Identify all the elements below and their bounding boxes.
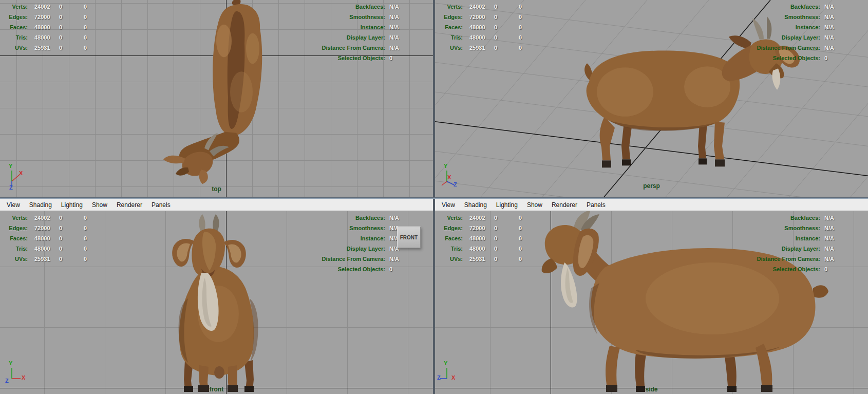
view-label-persp: persp <box>435 182 868 190</box>
viewport-side[interactable]: ViewShadingLightingShowRendererPanels <box>435 199 868 394</box>
hud-stat-label: Verts: <box>439 215 463 221</box>
viewport-canvas-top[interactable]: Verts: 24002 0 0 Edges: 72000 0 0 Faces:… <box>0 0 433 197</box>
hud-object-info: Backfaces: N/A Smoothness: N/A Instance:… <box>739 2 866 63</box>
hud-stat-value-2: 0 <box>494 45 519 51</box>
hud-info-label: Distance From Camera: <box>304 45 385 51</box>
hud-stat-value-3: 0 <box>84 235 104 241</box>
axis-indicator: Y X Z <box>439 361 464 388</box>
hud-stat-value-3: 0 <box>519 235 539 241</box>
hud-info-label: Display Layer: <box>739 246 820 252</box>
hud-stat-label: Verts: <box>439 4 463 10</box>
hud-info-value: N/A <box>824 24 845 30</box>
hud-info-label: Smoothness: <box>304 225 385 231</box>
hud-stat-value-1: 25931 <box>469 256 494 262</box>
hud-stat-row: Edges: 72000 0 0 <box>439 223 539 233</box>
hud-info-row: Distance From Camera: N/A <box>739 254 866 264</box>
hud-poly-count: Verts: 24002 0 0 Edges: 72000 0 0 Faces:… <box>439 213 539 264</box>
maya-quad-viewport: Verts: 24002 0 0 Edges: 72000 0 0 Faces:… <box>0 0 868 394</box>
hud-info-row: Instance: N/A <box>739 22 866 32</box>
hud-info-row: Backfaces: N/A <box>304 213 431 223</box>
menu-item[interactable]: View <box>437 201 460 209</box>
hud-info-row: Smoothness: N/A <box>304 12 431 22</box>
hud-stat-label: Tris: <box>439 246 463 252</box>
hud-stat-row: Faces: 48000 0 0 <box>439 22 539 32</box>
hud-stat-value-1: 72000 <box>34 14 59 20</box>
hud-info-label: Distance From Camera: <box>304 256 385 262</box>
hud-info-value: 0 <box>824 55 845 61</box>
hud-stat-row: UVs: 25931 0 0 <box>439 254 539 264</box>
hud-stat-value-2: 0 <box>59 4 84 10</box>
hud-stat-value-1: 72000 <box>469 225 494 231</box>
hud-info-value: N/A <box>824 256 845 262</box>
hud-stat-label: Verts: <box>4 4 28 10</box>
hud-info-label: Display Layer: <box>304 34 385 41</box>
viewport-persp[interactable]: Verts: 24002 0 0 Edges: 72000 0 0 Faces:… <box>435 0 868 197</box>
hud-stat-value-1: 25931 <box>469 45 494 51</box>
hud-info-value: N/A <box>389 256 410 262</box>
hud-stat-value-3: 0 <box>519 215 539 221</box>
hud-stat-value-1: 24002 <box>469 4 494 10</box>
hud-stat-value-1: 48000 <box>34 34 59 41</box>
hud-info-value: 0 <box>389 55 410 61</box>
hud-stat-value-2: 0 <box>59 24 84 30</box>
hud-stat-row: Verts: 24002 0 0 <box>4 213 104 223</box>
hud-info-row: Instance: N/A <box>739 233 866 243</box>
menu-item[interactable]: Panels <box>582 201 610 209</box>
menu-item[interactable]: Renderer <box>112 201 147 209</box>
hud-info-row: Backfaces: N/A <box>739 213 866 223</box>
hud-stat-label: Tris: <box>4 246 28 252</box>
hud-stat-label: Verts: <box>4 215 28 221</box>
viewport-canvas-front[interactable]: Verts: 24002 0 0 Edges: 72000 0 0 Faces:… <box>0 211 433 394</box>
hud-info-row: Display Layer: N/A <box>739 32 866 43</box>
viewport-canvas-side[interactable]: Verts: 24002 0 0 Edges: 72000 0 0 Faces:… <box>435 211 868 394</box>
menu-item[interactable]: Show <box>522 201 547 209</box>
hud-info-label: Display Layer: <box>304 246 385 252</box>
hud-stat-row: Tris: 48000 0 0 <box>4 243 104 254</box>
menu-item[interactable]: Renderer <box>547 201 582 209</box>
hud-stat-value-1: 48000 <box>469 34 494 41</box>
hud-stat-row: Edges: 72000 0 0 <box>439 12 539 22</box>
menu-item[interactable]: Show <box>87 201 112 209</box>
menu-item[interactable]: View <box>2 201 25 209</box>
hud-info-value: 0 <box>389 266 410 272</box>
hud-info-label: Smoothness: <box>304 14 385 20</box>
hud-object-info: Backfaces: N/A Smoothness: N/A Instance:… <box>739 213 866 274</box>
hud-stat-value-2: 0 <box>494 34 519 41</box>
hud-info-value: N/A <box>389 4 410 10</box>
menu-item[interactable]: Shading <box>460 201 492 209</box>
menu-item[interactable]: Shading <box>25 201 56 209</box>
hud-info-row: Selected Objects: 0 <box>304 264 431 274</box>
menu-item[interactable]: Lighting <box>56 201 87 209</box>
hud-stat-value-2: 0 <box>494 24 519 30</box>
bottom-row: ViewShadingLightingShowRendererPanels <box>0 199 868 394</box>
viewport-canvas-persp[interactable]: Verts: 24002 0 0 Edges: 72000 0 0 Faces:… <box>435 0 868 197</box>
hud-stat-label: Edges: <box>439 14 463 20</box>
hud-stat-row: Faces: 48000 0 0 <box>439 233 539 243</box>
hud-stat-value-3: 0 <box>84 215 104 221</box>
hud-stat-value-1: 24002 <box>469 215 494 221</box>
hud-info-value: N/A <box>824 225 845 231</box>
view-label-side: side <box>435 386 868 393</box>
hud-stat-value-1: 72000 <box>469 14 494 20</box>
axis-y-label: Y <box>444 163 447 169</box>
hud-info-row: Backfaces: N/A <box>739 2 866 12</box>
hud-stat-value-2: 0 <box>494 256 519 262</box>
top-row: Verts: 24002 0 0 Edges: 72000 0 0 Faces:… <box>0 0 868 197</box>
menu-item[interactable]: Panels <box>147 201 175 209</box>
hud-info-row: Instance: N/A <box>304 22 431 32</box>
hud-info-value: N/A <box>389 34 410 41</box>
hud-info-label: Instance: <box>739 235 820 241</box>
hud-stat-value-3: 0 <box>519 14 539 20</box>
hud-stat-value-3: 0 <box>84 256 104 262</box>
hud-stat-label: Tris: <box>4 34 28 41</box>
viewport-front[interactable]: ViewShadingLightingShowRendererPanels <box>0 199 433 394</box>
viewport-top[interactable]: Verts: 24002 0 0 Edges: 72000 0 0 Faces:… <box>0 0 433 197</box>
axis-indicator: Y X Z <box>4 361 29 388</box>
hud-stat-value-3: 0 <box>84 246 104 252</box>
axis-y-label: Y <box>9 360 12 366</box>
menu-item[interactable]: Lighting <box>492 201 522 209</box>
hud-stat-label: Faces: <box>4 235 28 241</box>
hud-stat-value-1: 72000 <box>34 225 59 231</box>
hud-stat-label: Faces: <box>4 24 28 30</box>
hud-stat-row: Verts: 24002 0 0 <box>439 213 539 223</box>
